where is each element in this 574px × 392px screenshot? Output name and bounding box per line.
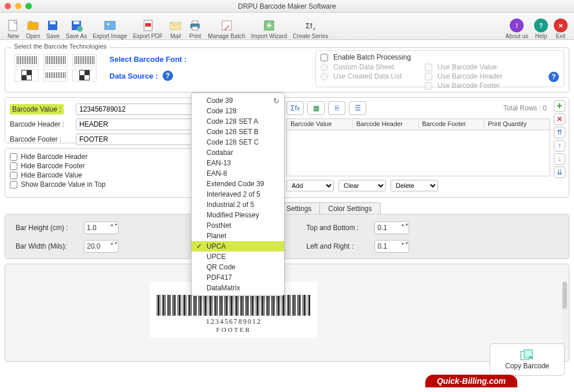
open-button[interactable]: Open <box>23 13 43 39</box>
group-label: Select the Barcode Technologies <box>11 43 109 50</box>
copy-barcode-button[interactable]: Copy Barcode <box>490 343 565 376</box>
table-body <box>286 130 550 176</box>
dropdown-item[interactable]: EAN-8 <box>192 168 284 179</box>
dropdown-item[interactable]: Code 39 <box>192 95 284 106</box>
delete-row-button[interactable]: ✕ <box>554 113 565 125</box>
dropdown-item[interactable]: Industrial 2 of 5 <box>192 199 284 210</box>
hide-header-checkbox[interactable] <box>10 153 17 161</box>
export-pdf-button[interactable]: Export PDF <box>130 13 166 39</box>
dropdown-item[interactable]: Code 128 SET A <box>192 116 284 127</box>
total-rows-label: Total Rows : 0 <box>503 104 547 112</box>
use-header-checkbox <box>425 73 432 80</box>
move-top-button[interactable]: ⇈ <box>554 127 565 138</box>
data-source-label: Data Source : <box>109 72 158 80</box>
svg-rect-0 <box>9 20 17 31</box>
tab-color[interactable]: Color Settings <box>320 202 380 215</box>
move-down-button[interactable]: ↓ <box>554 153 565 165</box>
dropdown-item[interactable]: PostNet <box>192 220 284 231</box>
help-button[interactable]: ?Help <box>531 13 551 39</box>
window-title: DRPU Barcode Maker Software <box>0 2 574 10</box>
dropdown-item[interactable]: Code 128 <box>192 106 284 116</box>
create-series-button[interactable]: ΣfxCreate Series <box>290 13 331 39</box>
copy-list-button[interactable]: ⎘ <box>328 101 345 115</box>
titlebar: DRPU Barcode Maker Software <box>0 0 574 13</box>
excel-button[interactable]: ▦ <box>307 101 325 115</box>
bar-width-label: Bar Width (Mils): <box>16 242 79 250</box>
add-row-button[interactable]: + <box>554 100 565 112</box>
preview-scrollbar[interactable] <box>562 282 568 350</box>
svg-text:Σf: Σf <box>306 21 312 30</box>
general-settings-panel: Bar Height (cm) :1.0▲▼ Bar Width (Mils):… <box>5 214 569 259</box>
barcode-value-label: Barcode Value : <box>10 104 64 114</box>
bar-height-stepper[interactable]: 1.0▲▼ <box>84 221 119 234</box>
help-icon[interactable]: ? <box>549 72 559 82</box>
import-wizard-button[interactable]: Import Wizard <box>248 13 290 39</box>
preview-bars-icon <box>157 295 311 316</box>
dropdown-item[interactable]: QR Code <box>192 262 284 272</box>
about-button[interactable]: !About us <box>503 13 531 39</box>
move-bottom-button[interactable]: ⇊ <box>554 167 565 178</box>
tech-icons <box>14 54 97 82</box>
barcode-technologies-group: Select the Barcode Technologies Select B… <box>5 47 569 93</box>
add-select[interactable]: Add <box>286 180 334 191</box>
table-header: Barcode Value Barcode Header Barcode Foo… <box>286 119 550 130</box>
qr-icon[interactable] <box>14 69 39 82</box>
svg-rect-13 <box>222 21 231 30</box>
list-button[interactable]: ☰ <box>349 101 366 115</box>
use-list-radio <box>321 73 328 80</box>
new-button[interactable]: New <box>3 13 23 39</box>
manage-batch-button[interactable]: Manage Batch <box>205 13 248 39</box>
dropdown-item[interactable]: Planet <box>192 231 284 241</box>
dropdown-item[interactable]: Code 128 SET C <box>192 137 284 147</box>
enable-batch-checkbox[interactable] <box>321 54 328 61</box>
bar-width-stepper[interactable]: 20.0▲▼ <box>84 240 119 253</box>
barcode-preview-panel: HEADER 123456789012 FOOTER <box>5 264 569 362</box>
left-right-label: Left and Right : <box>306 242 370 250</box>
hide-value-checkbox[interactable] <box>10 172 17 179</box>
datamatrix-icon[interactable] <box>72 69 97 82</box>
save-as-button[interactable]: Save As <box>62 13 90 39</box>
dropdown-item[interactable]: Extended Code 39 <box>192 179 284 189</box>
exit-button[interactable]: ✕Exit <box>551 13 571 39</box>
svg-point-7 <box>107 23 109 25</box>
brand-badge: Quick-Billing.com <box>425 375 517 387</box>
dropdown-item[interactable]: Modified Plessey <box>192 210 284 220</box>
bar-height-label: Bar Height (cm) : <box>16 224 79 232</box>
clear-select[interactable]: Clear <box>338 180 386 191</box>
use-footer-checkbox <box>425 82 432 90</box>
svg-rect-6 <box>105 21 115 29</box>
linear-barcode-icon-3[interactable] <box>72 54 97 66</box>
move-up-button[interactable]: ↑ <box>554 140 565 151</box>
linear-barcode-icon-2[interactable] <box>43 54 68 66</box>
svg-rect-4 <box>73 21 79 24</box>
save-button[interactable]: Save <box>43 13 62 39</box>
dropdown-item[interactable]: UPCE <box>192 252 284 262</box>
svg-rect-11 <box>192 21 198 24</box>
dropdown-item[interactable]: Code 128 SET B <box>192 127 284 137</box>
svg-rect-2 <box>50 21 56 24</box>
help-icon[interactable]: ? <box>163 71 173 81</box>
barcode-footer-label: Barcode Footer : <box>10 135 72 143</box>
linear-barcode-icon[interactable] <box>14 54 39 66</box>
svg-rect-12 <box>192 27 198 30</box>
dropdown-item[interactable]: UPCA <box>192 241 284 252</box>
dropdown-item[interactable]: Codabar <box>192 147 284 158</box>
dropdown-item[interactable]: EAN-13 <box>192 158 284 168</box>
print-button[interactable]: Print <box>185 13 205 39</box>
dropdown-item[interactable]: DataMatrix <box>192 283 284 293</box>
custom-sheet-radio <box>321 64 328 71</box>
top-bottom-stepper[interactable]: 0.1▲▼ <box>374 221 409 234</box>
pdf417-icon[interactable] <box>43 69 68 82</box>
left-right-stepper[interactable]: 0.1▲▼ <box>374 240 409 253</box>
show-top-checkbox[interactable] <box>10 181 17 188</box>
export-image-button[interactable]: Export Image <box>90 13 130 39</box>
dropdown-item[interactable]: PDF417 <box>192 272 284 283</box>
main-toolbar: New Open Save Save As Export Image Expor… <box>0 13 574 40</box>
series-button[interactable]: Σfx <box>286 101 304 115</box>
dropdown-item[interactable]: Interleaved 2 of 5 <box>192 189 284 199</box>
use-value-checkbox <box>425 64 432 71</box>
barcode-font-dropdown[interactable]: ↻ Code 39Code 128Code 128 SET ACode 128 … <box>191 93 285 296</box>
mail-button[interactable]: Mail <box>165 13 185 39</box>
hide-footer-checkbox[interactable] <box>10 162 17 170</box>
delete-select[interactable]: Delete <box>391 180 438 191</box>
